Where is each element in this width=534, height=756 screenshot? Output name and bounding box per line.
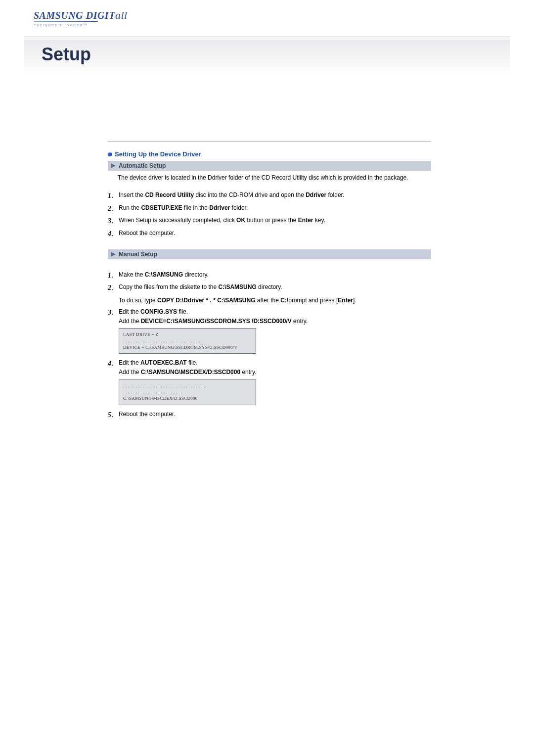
brand-logo: SAMSUNG DIGITall everyone's invited™	[34, 9, 510, 27]
step-number: 2.	[108, 204, 119, 214]
bullet-icon	[108, 152, 112, 156]
code-box-autoexec: . . . . . . . . . . . . . . . . . . . . …	[119, 379, 256, 405]
sub-header-automatic: Automatic Setup	[108, 161, 431, 171]
list-item: 5. Reboot the computer.	[108, 409, 431, 422]
section-title: Setting Up the Device Driver	[108, 150, 431, 158]
step-number: 1.	[108, 271, 119, 281]
divider	[108, 141, 431, 142]
step-number: 3.	[108, 216, 119, 226]
brand-tagline: everyone's invited™	[34, 23, 510, 27]
list-item: 4. Reboot the computer.	[108, 228, 431, 240]
chevron-icon	[111, 163, 116, 168]
code-box-config: LAST DRIVE = Z . . . . . . . . . . . . .…	[119, 328, 256, 354]
list-item: 4. Edit the AUTOEXEC.BAT file. Add the C…	[108, 357, 431, 408]
section-title-text: Setting Up the Device Driver	[115, 150, 201, 158]
automatic-steps: 1. Insert the CD Record Utility disc int…	[108, 189, 431, 240]
step-body: Insert the CD Record Utility disc into t…	[119, 191, 431, 199]
page-banner: Setup	[24, 36, 510, 77]
list-item: 2. Run the CDSETUP.EXE file in the Ddriv…	[108, 202, 431, 215]
manual-steps: 1. Make the C:\SAMSUNG directory. 2. Cop…	[108, 269, 431, 422]
step-number: 5.	[108, 410, 119, 420]
step-body: Run the CDSETUP.EXE file in the Ddriver …	[119, 204, 431, 212]
list-item: 2. Copy the files from the diskette to t…	[108, 282, 431, 306]
brand-name: SAMSUNG DIGITall	[34, 9, 510, 22]
list-item: 3. When Setup is successfully completed,…	[108, 215, 431, 228]
intro-text: The device driver is located in the Ddri…	[108, 173, 431, 187]
step-body: When Setup is successfully completed, cl…	[119, 216, 431, 225]
list-item: 1. Make the C:\SAMSUNG directory.	[108, 269, 431, 282]
step-body: Reboot the computer.	[119, 410, 431, 419]
step-number: 4.	[108, 229, 119, 239]
step-body: Edit the CONFIG.SYS file. Add the DEVICE…	[119, 308, 431, 356]
sub-header-label: Manual Setup	[119, 251, 157, 258]
step-body: Edit the AUTOEXEC.BAT file. Add the C:\S…	[119, 359, 431, 407]
step-number: 2.	[108, 283, 119, 293]
sub-header-label: Automatic Setup	[119, 162, 166, 169]
step-number: 4.	[108, 359, 119, 369]
chevron-icon	[111, 252, 116, 257]
list-item: 3. Edit the CONFIG.SYS file. Add the DEV…	[108, 306, 431, 357]
step-number: 1.	[108, 191, 119, 201]
step-number: 3.	[108, 308, 119, 318]
sub-header-manual: Manual Setup	[108, 249, 431, 259]
list-item: 1. Insert the CD Record Utility disc int…	[108, 189, 431, 202]
step-body: Make the C:\SAMSUNG directory.	[119, 271, 431, 279]
step-body: Reboot the computer.	[119, 229, 431, 237]
page-title: Setup	[42, 44, 91, 65]
step-body: Copy the files from the diskette to the …	[119, 283, 431, 305]
document-page: SAMSUNG DIGITall everyone's invited™ Set…	[0, 0, 534, 451]
content-area: Setting Up the Device Driver Automatic S…	[108, 141, 431, 421]
